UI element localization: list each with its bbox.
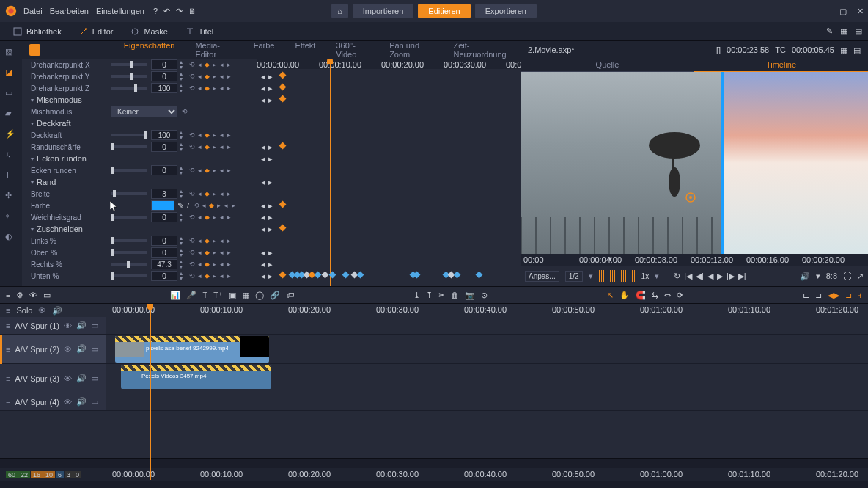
menu-edit[interactable]: Bearbeiten [50, 7, 89, 15]
curve2-icon[interactable]: ▸ [226, 144, 232, 150]
rail-text-icon[interactable]: T [5, 170, 17, 182]
keyframe-diamond[interactable] [279, 95, 287, 103]
next-key-icon[interactable]: ▸ [211, 238, 217, 244]
preview-tab-source[interactable]: Quelle [521, 59, 694, 72]
prop-stepper[interactable]: ▴▾ [177, 83, 185, 93]
rail-media-icon[interactable]: ▭ [5, 88, 17, 100]
reset-icon[interactable]: ⟲ [189, 85, 195, 91]
prop-stepper[interactable]: ▴▾ [177, 271, 185, 281]
prop-stepper[interactable]: ▴▾ [177, 130, 185, 140]
kf-nav-prev[interactable]: ◂ [261, 283, 265, 286]
menu-settings[interactable]: Einstellungen [96, 7, 144, 15]
clip[interactable]: Pexels Videos 3457.mp4 [121, 365, 271, 389]
prop-slider[interactable] [111, 239, 147, 242]
timeline-playhead[interactable] [150, 304, 151, 480]
prev-key-icon[interactable]: ◂ [196, 132, 202, 138]
curve-icon[interactable]: ◂ [223, 203, 229, 208]
step-fwd-icon[interactable]: |▶ [727, 272, 735, 281]
tl-split-icon[interactable]: ✂ [438, 291, 445, 300]
track-eye-icon[interactable]: 👁 [64, 345, 72, 354]
prop-group-label[interactable]: Deckkraft [37, 119, 70, 128]
keyframe-diamond[interactable] [279, 72, 287, 79]
tl-grid-icon[interactable]: ▦ [242, 291, 249, 300]
keyframe-diamond[interactable] [279, 201, 287, 208]
redo-icon[interactable]: ↷ [176, 7, 183, 16]
prop-stepper[interactable]: ▴▾ [177, 71, 185, 81]
prop-value[interactable]: 0 [151, 165, 177, 175]
prop-group-label[interactable]: Zuschneiden [37, 225, 83, 233]
tl-snap4-icon[interactable]: ⫞ [858, 291, 862, 300]
keyframe-diamond[interactable] [357, 272, 364, 279]
prop-stepper[interactable]: ▴▾ [177, 236, 185, 246]
tl-record-icon[interactable]: ⊙ [481, 291, 488, 300]
keyframe-diamond[interactable] [315, 272, 322, 279]
curve-icon[interactable]: ◂ [218, 191, 224, 197]
prop-slider[interactable] [111, 87, 147, 90]
curve2-icon[interactable]: ▸ [226, 191, 232, 197]
next-key-icon[interactable]: ▸ [211, 85, 217, 91]
add-key-icon[interactable]: ◆ [204, 261, 210, 267]
preview-ruler[interactable]: 00:0000:00:04.0000:00:08.0000:00:12.0000… [521, 254, 868, 266]
curve-icon[interactable]: ◂ [218, 167, 224, 173]
prop-slider[interactable] [111, 63, 147, 66]
prev-key-icon[interactable]: ◂ [196, 73, 202, 79]
track-speaker-icon[interactable]: 🔊 [76, 397, 87, 407]
tl-crop-icon[interactable]: ▣ [229, 291, 236, 300]
reset-icon[interactable]: ⟲ [189, 261, 195, 267]
timeline-track[interactable]: ≡A/V Spur (4)👁🔊▭ [0, 393, 868, 411]
fullscreen-icon[interactable]: ⛶ [843, 272, 851, 281]
add-key-icon[interactable]: ◆ [204, 62, 210, 68]
loop-icon[interactable]: ↻ [674, 272, 680, 281]
rail-transition-icon[interactable]: ▰ [5, 109, 17, 120]
track-body[interactable]: pexels-asa-benef-8242999.mp4 [106, 335, 868, 364]
preview-layout1-icon[interactable]: ▦ [840, 45, 847, 55]
prop-group-label[interactable]: Ecken runden [37, 154, 87, 163]
track-eye-icon[interactable]: 👁 [64, 374, 72, 383]
rail-audio-icon[interactable]: ♫ [5, 150, 17, 161]
minimize-icon[interactable]: — [821, 7, 829, 16]
curve-icon[interactable]: ◂ [218, 85, 224, 91]
track-header[interactable]: ≡A/V Spur (3)👁🔊▭ [0, 364, 106, 393]
next-key-icon[interactable]: ▸ [211, 144, 217, 150]
track-header[interactable]: ≡A/V Spur (1)👁🔊▭ [0, 317, 106, 335]
clip[interactable]: pexels-asa-benef-8242999.mp4 [115, 336, 269, 363]
prop-value[interactable]: 0 [151, 212, 177, 222]
prop-stepper[interactable]: ▴▾ [177, 59, 185, 70]
keyframe-diamond[interactable] [454, 272, 461, 279]
prev-key-icon[interactable]: ◂ [196, 191, 202, 197]
keyframe-diamond[interactable] [322, 272, 329, 279]
tl-text-icon[interactable]: T [202, 291, 207, 300]
keyframe-diamond[interactable] [342, 272, 350, 279]
track-menu-icon[interactable]: ≡ [6, 398, 10, 407]
prop-value[interactable]: 0 [151, 236, 177, 246]
add-key-icon[interactable]: ◆ [204, 132, 210, 138]
keyframe-diamond[interactable] [279, 272, 287, 279]
curve2-icon[interactable]: ▸ [226, 62, 232, 68]
curve-icon[interactable]: ◂ [218, 273, 224, 279]
speed-dropdown-icon[interactable]: ▾ [655, 272, 659, 281]
tl-mic-icon[interactable]: 🎤 [186, 291, 196, 300]
prop-slider[interactable] [111, 251, 147, 254]
curve2-icon[interactable]: ▸ [226, 214, 232, 220]
reset-icon[interactable]: ⟲ [189, 250, 195, 255]
keyframe-panel[interactable]: 00:00:00.0000:00:10.0000:00:20.0000:00:3… [257, 59, 521, 286]
undo-icon[interactable]: ↶ [163, 7, 170, 16]
add-key-icon[interactable]: ◆ [208, 203, 214, 208]
tl-speaker-head-icon[interactable]: 🔊 [52, 306, 62, 316]
tl-snap1-icon[interactable]: ⊏ [803, 291, 809, 300]
track-speaker-icon[interactable]: 🔊 [76, 321, 87, 330]
prop-value[interactable]: 0 [151, 247, 177, 258]
prop-slider[interactable] [111, 169, 147, 172]
prop-slider[interactable] [111, 274, 147, 277]
home-button[interactable]: ⌂ [331, 4, 348, 18]
maximize-icon[interactable]: ▢ [839, 7, 847, 16]
prop-slider[interactable] [111, 192, 147, 195]
reset-icon[interactable]: ⟲ [189, 238, 195, 244]
layout1-icon[interactable]: ▦ [840, 26, 847, 36]
tl-slip-icon[interactable]: ⇆ [652, 291, 658, 300]
curve-icon[interactable]: ◂ [218, 250, 224, 255]
tl-link-icon[interactable]: 🔗 [270, 291, 280, 300]
curve2-icon[interactable]: ▸ [226, 261, 232, 267]
curve-icon[interactable]: ◂ [218, 132, 224, 138]
prop-stepper[interactable]: ▴▾ [177, 142, 185, 152]
